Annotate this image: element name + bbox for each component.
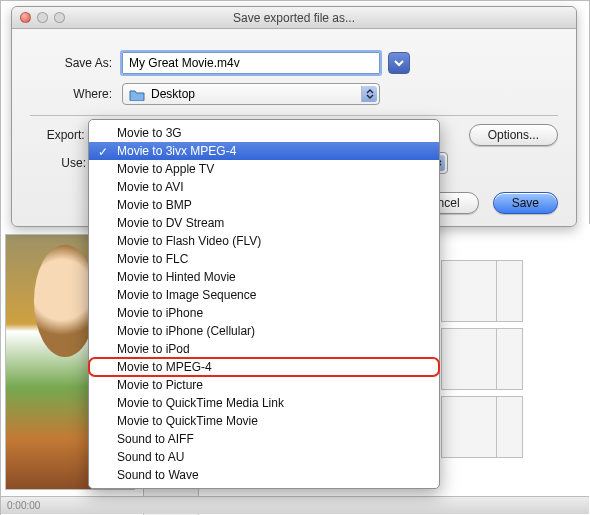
export-menu-item[interactable]: Movie to Apple TV <box>89 160 439 178</box>
grid-cell[interactable] <box>441 328 497 390</box>
dialog-title: Save exported file as... <box>12 11 576 25</box>
export-menu-item[interactable]: Movie to BMP <box>89 196 439 214</box>
export-menu-item[interactable]: Movie to iPhone <box>89 304 439 322</box>
check-icon: ✓ <box>98 143 108 161</box>
save-button[interactable]: Save <box>493 192 558 214</box>
chevron-down-icon <box>394 58 404 68</box>
where-label: Where: <box>30 87 122 101</box>
use-label: Use: <box>30 156 86 170</box>
titlebar: Save exported file as... <box>12 7 576 29</box>
grid-cell[interactable] <box>441 396 497 458</box>
export-menu-item[interactable]: Movie to Hinted Movie <box>89 268 439 286</box>
export-label: Export: <box>30 128 85 142</box>
export-menu-item[interactable]: Movie to QuickTime Media Link <box>89 394 439 412</box>
folder-icon <box>129 88 145 101</box>
export-menu-item[interactable]: Movie to 3G <box>89 124 439 142</box>
export-menu-item[interactable]: Movie to DV Stream <box>89 214 439 232</box>
export-menu-item[interactable]: Movie to Image Sequence <box>89 286 439 304</box>
filename-input[interactable] <box>122 52 380 74</box>
export-menu-item[interactable]: Movie to AVI <box>89 178 439 196</box>
separator <box>30 115 558 116</box>
updown-icon <box>361 86 377 102</box>
export-menu-item[interactable]: Movie to QuickTime Movie <box>89 412 439 430</box>
export-menu-item[interactable]: Movie to iPhone (Cellular) <box>89 322 439 340</box>
options-button[interactable]: Options... <box>469 124 558 146</box>
export-menu-item[interactable]: Sound to Wave <box>89 466 439 484</box>
export-menu-item[interactable]: Movie to Flash Video (FLV) <box>89 232 439 250</box>
export-menu: Movie to 3GMovie to 3ivx MPEG-4✓Movie to… <box>88 119 440 489</box>
export-menu-item[interactable]: Movie to Picture <box>89 376 439 394</box>
where-value: Desktop <box>151 87 195 101</box>
export-menu-item[interactable]: Movie to FLC <box>89 250 439 268</box>
where-popup[interactable]: Desktop <box>122 83 380 105</box>
history-button[interactable] <box>388 52 410 74</box>
grid-cell[interactable] <box>441 260 497 322</box>
export-menu-item[interactable]: Movie to 3ivx MPEG-4✓ <box>89 142 439 160</box>
export-menu-item[interactable]: Movie to iPod <box>89 340 439 358</box>
export-menu-item[interactable]: Sound to AU <box>89 448 439 466</box>
export-menu-item[interactable]: Movie to MPEG-4 <box>89 358 439 376</box>
status-bar: 0:00:00 <box>1 496 589 514</box>
save-as-label: Save As: <box>30 56 122 70</box>
export-menu-item[interactable]: Sound to AIFF <box>89 430 439 448</box>
